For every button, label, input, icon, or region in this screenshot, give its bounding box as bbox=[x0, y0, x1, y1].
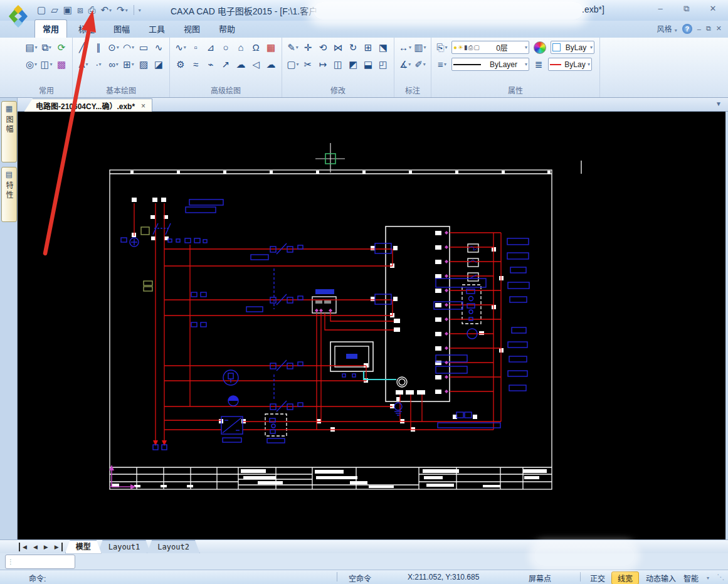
undo-icon[interactable]: ↶▾ bbox=[98, 3, 113, 17]
equidistant-icon[interactable]: ∞▾ bbox=[106, 57, 121, 72]
color-combo[interactable]: ByLay▾ bbox=[551, 41, 594, 54]
angle-dim-icon-dropdown-icon[interactable]: ▾ bbox=[408, 61, 411, 67]
profile-icon[interactable]: ◁ bbox=[248, 57, 263, 72]
tab-help[interactable]: 帮助 bbox=[211, 20, 243, 38]
document-tab-close-icon[interactable]: × bbox=[141, 102, 145, 110]
equidistant-icon-dropdown-icon[interactable]: ▾ bbox=[116, 61, 119, 67]
tab-common[interactable]: 常用 bbox=[34, 19, 67, 38]
trim-icon[interactable]: ✂ bbox=[300, 57, 315, 72]
qat-customize-icon[interactable]: ▾ bbox=[139, 8, 141, 13]
linewidth-icon-dropdown-icon[interactable]: ▾ bbox=[444, 61, 446, 67]
smart-point-mode[interactable]: 智能 bbox=[683, 573, 699, 583]
dynamic-input-toggle[interactable]: 动态输入 bbox=[646, 573, 676, 583]
last-sheet-button[interactable]: ▶ bbox=[52, 543, 63, 551]
chamfer-icon[interactable]: ◩ bbox=[346, 57, 361, 72]
redo-dropdown-icon[interactable]: ▾ bbox=[125, 8, 128, 13]
tab-sheet[interactable]: 图幅 bbox=[106, 20, 137, 38]
palette-icon[interactable]: ▩ bbox=[54, 57, 69, 72]
style-menu[interactable]: 风格 ▾ bbox=[657, 23, 677, 34]
leader-tag-icon[interactable]: ◪ bbox=[151, 57, 166, 72]
next-sheet-button[interactable]: ▶ bbox=[41, 543, 51, 551]
copy-icon-dropdown-icon[interactable]: ▾ bbox=[49, 45, 51, 50]
arc-icon[interactable]: ◠▾ bbox=[121, 40, 136, 55]
line-icon-dropdown-icon[interactable]: ▾ bbox=[85, 45, 88, 50]
arc-icon-dropdown-icon[interactable]: ▾ bbox=[132, 45, 134, 50]
scale-icon[interactable]: ⬔ bbox=[376, 40, 391, 55]
zoom-icon-dropdown-icon[interactable]: ▾ bbox=[34, 61, 37, 67]
circle-icon-dropdown-icon[interactable]: ▾ bbox=[117, 45, 119, 50]
wave-line-icon[interactable]: ≈ bbox=[188, 57, 203, 72]
tab-view[interactable]: 视图 bbox=[176, 20, 208, 38]
extend-icon[interactable]: ↦ bbox=[315, 57, 330, 72]
polyline-icon-dropdown-icon[interactable]: ▾ bbox=[184, 45, 186, 50]
doc-restore-button[interactable]: ⧉ bbox=[706, 24, 711, 33]
view-window-icon-dropdown-icon[interactable]: ▾ bbox=[50, 61, 53, 67]
text-icon-dropdown-icon[interactable]: ▾ bbox=[86, 61, 88, 67]
block-icon[interactable]: ⬓ bbox=[361, 57, 376, 72]
array-icon[interactable]: ⊞ bbox=[361, 40, 376, 55]
first-sheet-button[interactable]: ◀ bbox=[19, 543, 29, 551]
hatch-fill-icon[interactable]: ▨ bbox=[136, 57, 151, 72]
layer-combo-dropdown-icon[interactable]: ▾ bbox=[525, 45, 527, 50]
gear-icon[interactable]: ⚙ bbox=[173, 57, 188, 72]
paste-icon[interactable]: ▤▾ bbox=[24, 40, 39, 55]
line-icon[interactable]: ╱▾ bbox=[76, 40, 91, 55]
color-wheel-icon[interactable] bbox=[534, 41, 546, 54]
linewidth-display-icon[interactable]: ≣ bbox=[531, 57, 546, 72]
redraw-icon[interactable]: ⟳ bbox=[54, 40, 69, 55]
formula-curve-icon[interactable]: Ω bbox=[248, 40, 263, 55]
sidebar-tab-frame-library[interactable]: ▦ 图幅 bbox=[1, 101, 17, 162]
dimension-icon-dropdown-icon[interactable]: ▾ bbox=[409, 45, 411, 50]
sheet-tab-model[interactable]: 模型 bbox=[65, 540, 102, 554]
paste-icon-dropdown-icon[interactable]: ▾ bbox=[35, 45, 38, 50]
tab-tools[interactable]: 工具 bbox=[141, 20, 172, 38]
style-manager-icon[interactable]: ⎘▾ bbox=[435, 40, 450, 55]
select-icon-dropdown-icon[interactable]: ▾ bbox=[297, 61, 299, 67]
command-bar[interactable]: ⋮ bbox=[5, 555, 75, 569]
coordinate-dim-icon-dropdown-icon[interactable]: ▾ bbox=[424, 45, 426, 50]
dimension-icon[interactable]: ↔▾ bbox=[398, 40, 413, 55]
sheet-tab-layout2[interactable]: Layout2 bbox=[147, 540, 200, 554]
document-tab[interactable]: 电路图-210604CY...确）.exb* × bbox=[24, 98, 152, 112]
screen-point-mode[interactable]: 屏幕点 bbox=[529, 573, 551, 583]
coordinate-dim-icon[interactable]: ▥▾ bbox=[413, 40, 428, 55]
new-file-icon[interactable]: ▢ bbox=[35, 3, 48, 17]
angle-line-icon[interactable]: ⊿ bbox=[203, 40, 218, 55]
ellipse-icon[interactable]: ○ bbox=[218, 40, 233, 55]
polyline-icon[interactable]: ∿▾ bbox=[173, 40, 188, 55]
annotation-icon-dropdown-icon[interactable]: ▾ bbox=[423, 61, 426, 67]
break-icon[interactable]: ◫ bbox=[330, 57, 346, 72]
linewidth-toggle[interactable]: 线宽 bbox=[611, 571, 639, 584]
resize-grip-icon[interactable]: ⋱ bbox=[717, 573, 724, 581]
break-line-icon[interactable]: ⌁ bbox=[203, 57, 218, 72]
revision-cloud-icon[interactable]: ☁ bbox=[263, 57, 278, 72]
doc-minimize-button[interactable]: ‒ bbox=[697, 25, 701, 33]
table-icon[interactable]: ▦ bbox=[263, 40, 278, 55]
erase-icon-dropdown-icon[interactable]: ▾ bbox=[296, 45, 298, 50]
hatch-tool-icon[interactable]: ⊞▾ bbox=[121, 57, 136, 72]
save-all-icon[interactable]: ⧈ bbox=[75, 3, 85, 17]
spline-icon[interactable]: ∿ bbox=[151, 40, 166, 55]
mirror-icon[interactable]: ⋈ bbox=[330, 40, 346, 55]
command-bar-grip-icon[interactable]: ⋮ bbox=[8, 558, 13, 565]
rotate-icon[interactable]: ↻ bbox=[346, 40, 361, 55]
ortho-toggle[interactable]: 正交 bbox=[590, 573, 605, 583]
redo-icon[interactable]: ↷▾ bbox=[115, 3, 130, 17]
circle-icon[interactable]: ⊙▾ bbox=[106, 40, 121, 55]
command-prompt[interactable]: 命令: bbox=[29, 573, 46, 583]
rectangle-icon[interactable]: ▭ bbox=[136, 40, 151, 55]
view-window-icon[interactable]: ◫▾ bbox=[39, 57, 54, 72]
save-icon[interactable]: ▣ bbox=[61, 3, 74, 17]
drawing-canvas[interactable] bbox=[18, 112, 725, 539]
sheet-tab-layout1[interactable]: Layout1 bbox=[98, 540, 151, 554]
linecolor-combo[interactable]: ByLay▾ bbox=[548, 58, 592, 71]
linetype-combo-dropdown-icon[interactable]: ▾ bbox=[525, 61, 527, 67]
point-icon-dropdown-icon[interactable]: ▾ bbox=[99, 61, 102, 67]
polygon-icon[interactable]: ⌂ bbox=[233, 40, 248, 55]
text-icon[interactable]: A▾ bbox=[76, 57, 91, 72]
tab-overflow-dropdown-icon[interactable]: ▼ bbox=[715, 100, 722, 107]
erase-icon[interactable]: ✎▾ bbox=[285, 40, 300, 55]
maximize-button[interactable]: ⧉ bbox=[680, 4, 693, 14]
point-icon[interactable]: ∙▾ bbox=[91, 57, 106, 72]
help-icon[interactable]: ? bbox=[682, 24, 692, 34]
